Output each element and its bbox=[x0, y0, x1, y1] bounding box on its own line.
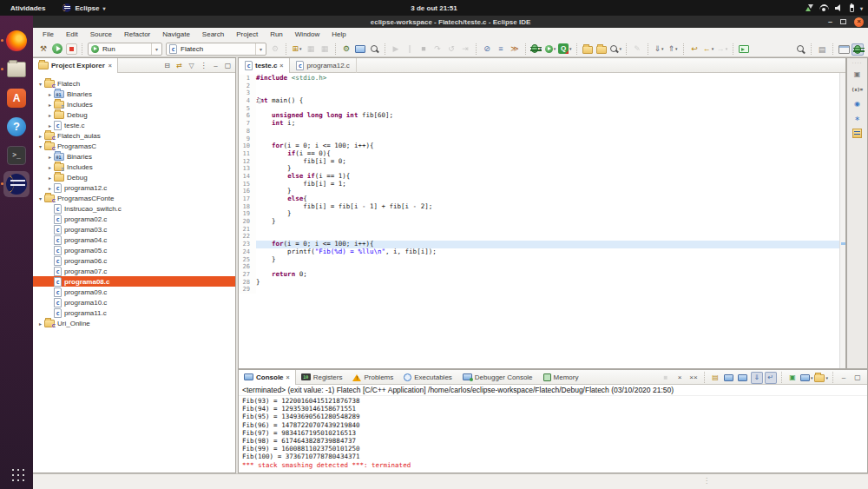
editor-tab-programa12.c[interactable]: programa12.c bbox=[290, 58, 356, 73]
expand-arrow-icon[interactable]: ▸ bbox=[46, 122, 54, 129]
show-console-stdout-icon[interactable] bbox=[723, 372, 735, 384]
console-output[interactable]: Fib(93) = 12200160415121876738Fib(94) = … bbox=[239, 396, 867, 469]
tree-item-ProgramasC[interactable]: ▾ProgramasC bbox=[33, 141, 235, 151]
code-area[interactable]: 1#include <stdio.h>234int main() {56 uns… bbox=[239, 73, 839, 368]
dock-item-help[interactable]: ? bbox=[3, 114, 30, 140]
new-wizard-icon[interactable]: ⊞▾ bbox=[291, 43, 303, 55]
console-tab-executables[interactable]: Executables bbox=[398, 370, 457, 385]
show-breakpoint-types-icon[interactable]: ≡ bbox=[495, 43, 507, 55]
pin-console-icon[interactable]: ▣ bbox=[786, 372, 799, 384]
expand-arrow-icon[interactable]: ▸ bbox=[46, 164, 54, 170]
debug-icon[interactable]: ▾ bbox=[530, 43, 542, 55]
menu-navigate[interactable]: Navigate bbox=[156, 28, 196, 41]
tab-project-explorer[interactable]: Project Explorer × bbox=[33, 58, 118, 73]
tree-item-programa02.c[interactable]: programa02.c bbox=[33, 214, 235, 224]
expand-arrow-icon[interactable]: ▸ bbox=[46, 154, 54, 160]
open-type-icon[interactable] bbox=[582, 43, 594, 55]
menu-help[interactable]: Help bbox=[326, 28, 352, 41]
show-console-stderr-icon[interactable] bbox=[737, 372, 749, 384]
menu-refactor[interactable]: Refactor bbox=[118, 28, 156, 41]
code-line-19[interactable]: 19 } bbox=[239, 210, 839, 218]
next-annotation-icon[interactable]: ⇓▾ bbox=[653, 43, 665, 55]
launch-target-combo[interactable]: Flatech▾ bbox=[166, 43, 266, 56]
code-line-2[interactable]: 2 bbox=[239, 83, 839, 90]
tree-item-programa07.c[interactable]: programa07.c bbox=[33, 266, 235, 276]
dropdown-arrow-icon[interactable]: ▾ bbox=[726, 43, 728, 55]
tree-item-programa05.c[interactable]: programa05.c bbox=[33, 245, 235, 255]
filters-icon[interactable]: ▽ bbox=[187, 62, 196, 69]
console-tab-registers[interactable]: Registers bbox=[296, 370, 348, 385]
code-line-3[interactable]: 3 bbox=[239, 89, 839, 97]
search-icon[interactable] bbox=[794, 43, 806, 56]
dropdown-arrow-icon[interactable]: ▾ bbox=[299, 43, 302, 55]
open-new-window-icon[interactable] bbox=[738, 43, 750, 55]
dropdown-arrow-icon[interactable]: ▾ bbox=[554, 43, 556, 55]
code-line-29[interactable]: 29 bbox=[239, 286, 839, 294]
last-edit-location-icon[interactable]: ↩ bbox=[688, 43, 700, 55]
clear-console-icon[interactable]: ▤ bbox=[709, 372, 721, 384]
dock-item-eclipse[interactable] bbox=[3, 171, 30, 197]
maximize-icon[interactable]: ▢ bbox=[223, 62, 233, 69]
expand-arrow-icon[interactable]: ▸ bbox=[46, 185, 54, 191]
coverage-icon[interactable]: Q▾ bbox=[558, 43, 572, 55]
run-button-icon[interactable] bbox=[51, 43, 63, 55]
remove-all-launches-icon[interactable]: ×× bbox=[687, 372, 700, 384]
system-tray[interactable]: ▾ bbox=[806, 0, 863, 16]
perspective-cpp-icon[interactable] bbox=[838, 43, 850, 56]
tree-item-Debug[interactable]: ▸Debug bbox=[33, 172, 235, 182]
tree-item-Debug[interactable]: ▸Debug bbox=[33, 109, 235, 120]
overview-ruler[interactable] bbox=[839, 73, 845, 368]
remove-launch-icon[interactable]: × bbox=[674, 372, 686, 384]
back-icon[interactable]: ←▾ bbox=[702, 43, 714, 55]
code-line-15[interactable]: 15 fib[i] = 1; bbox=[239, 181, 839, 188]
build-all-icon[interactable]: ⚙ bbox=[340, 43, 352, 55]
editor-tab-teste.c[interactable]: teste.c× bbox=[239, 58, 290, 73]
expand-arrow-icon[interactable]: ▸ bbox=[36, 320, 44, 327]
dropdown-arrow-icon[interactable]: ▾ bbox=[712, 43, 714, 55]
code-line-16[interactable]: 16 } bbox=[239, 188, 839, 195]
collapse-arrow-icon[interactable]: ▾ bbox=[36, 143, 44, 149]
code-line-25[interactable]: 25 } bbox=[239, 256, 839, 264]
dock-item-ubuntu-software[interactable]: A bbox=[3, 85, 30, 111]
tree-item-programa03.c[interactable]: programa03.c bbox=[33, 224, 235, 235]
dock-item-show-applications[interactable] bbox=[3, 460, 30, 486]
menu-edit[interactable]: Edit bbox=[60, 28, 84, 41]
breakpoints-icon[interactable]: ◉ bbox=[854, 99, 860, 109]
console-tab-console[interactable]: Console× bbox=[239, 370, 296, 385]
collapse-arrow-icon[interactable]: ▾ bbox=[36, 195, 44, 202]
tree-item-Flatech[interactable]: ▾Flatech bbox=[33, 78, 235, 89]
instruction-stepping-icon[interactable]: ≫ bbox=[509, 43, 521, 55]
menu-window[interactable]: Window bbox=[289, 28, 326, 41]
restore-view-icon[interactable]: ▣ bbox=[854, 69, 861, 79]
tree-item-ProgramasCFonte[interactable]: ▾ProgramasCFonte bbox=[33, 193, 235, 203]
tree-item-Binaries[interactable]: ▸Binaries bbox=[33, 89, 235, 99]
collapse-arrow-icon[interactable]: ▾ bbox=[36, 81, 44, 87]
dropdown-arrow-icon[interactable]: ▾ bbox=[811, 372, 813, 384]
minimize-button[interactable]: – bbox=[828, 19, 832, 24]
tree-item-Includes[interactable]: ▸Includes bbox=[33, 162, 235, 172]
tree-item-Instrucao_switch.c[interactable]: Instrucao_switch.c bbox=[33, 203, 235, 214]
dropdown-arrow-icon[interactable]: ▾ bbox=[825, 372, 828, 384]
dropdown-arrow-icon[interactable]: ▾ bbox=[569, 43, 572, 55]
activities-button[interactable]: Atividades bbox=[0, 0, 56, 16]
tree-item-programa08.c[interactable]: programa08.c bbox=[33, 276, 235, 287]
expand-arrow-icon[interactable]: ▸ bbox=[46, 91, 54, 97]
console-tab-memory[interactable]: Memory bbox=[538, 370, 584, 385]
dropdown-arrow-icon[interactable]: ▾ bbox=[675, 43, 678, 55]
open-element-icon[interactable] bbox=[368, 43, 380, 55]
tree-item-programa11.c[interactable]: programa11.c bbox=[33, 307, 235, 318]
code-line-12[interactable]: 12 fib[i] = 0; bbox=[239, 158, 839, 166]
dropdown-arrow-icon[interactable]: ▾ bbox=[539, 43, 542, 55]
stop-button-icon[interactable] bbox=[65, 43, 77, 55]
search-flashlight-icon[interactable]: ▾ bbox=[609, 43, 622, 55]
app-menu[interactable]: Eclipse ▾ bbox=[56, 0, 112, 16]
tree-item-programa09.c[interactable]: programa09.c bbox=[33, 287, 235, 297]
close-icon[interactable]: × bbox=[108, 63, 112, 69]
clock[interactable]: 3 de out 21:51 bbox=[0, 4, 868, 12]
code-line-18[interactable]: 18 fib[i] = fib[i - 1] + fib[i - 2]; bbox=[239, 203, 839, 211]
code-line-6[interactable]: 6 unsigned long long int fib[60]; bbox=[239, 112, 839, 120]
dock-item-terminal[interactable]: >_ bbox=[3, 142, 30, 169]
skip-all-breakpoints-icon[interactable]: ⊘ bbox=[481, 43, 493, 55]
tree-item-teste.c[interactable]: ▸teste.c bbox=[33, 120, 235, 130]
run-configurations-combo[interactable]: Run▾ bbox=[88, 43, 162, 56]
